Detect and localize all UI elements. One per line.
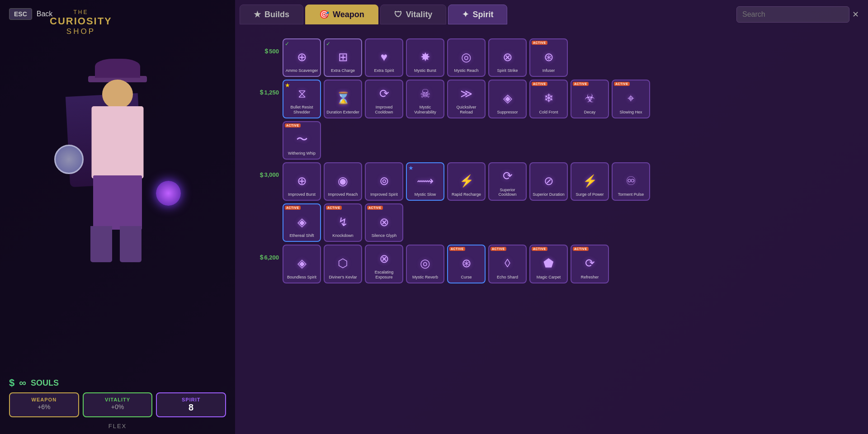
item-card-improved-burst[interactable]: ⊕Improved Burst: [283, 162, 321, 201]
main-panel: ★ Builds 🎯 Weapon 🛡 Vitality ✦ Spirit ✕ …: [235, 0, 868, 434]
items-row-1: ★⧖Bullet Resist Shredder⌛Duration Extend…: [283, 80, 863, 118]
item-card-rapid-recharge[interactable]: ⚡Rapid Recharge: [447, 162, 486, 201]
item-name-silence-glyph: Silence Glyph: [372, 233, 397, 238]
souls-row: $ ∞ SOULS: [9, 377, 226, 389]
item-icon-escalating-exposure: ⊗: [379, 252, 389, 266]
item-card-escalating-exposure[interactable]: ⊗Escalating Exposure: [365, 245, 403, 283]
price-label-3: $3,000: [258, 162, 283, 179]
tab-builds[interactable]: ★ Builds: [240, 5, 303, 24]
items-row-0: ✓⊕Ammo Scavenger✓⊞Extra Charge♥Extra Spi…: [283, 38, 863, 77]
item-card-echo-shard[interactable]: ACTIVE◊Echo Shard: [488, 245, 527, 283]
item-icon-area-5: ◈: [496, 87, 519, 110]
item-icon-area-8: ♾: [619, 170, 643, 192]
item-card-torment-pulse[interactable]: ♾Torment Pulse: [612, 162, 650, 201]
item-card-ethereal-shift[interactable]: ACTIVE◈Ethereal Shift: [283, 203, 321, 242]
item-card-quicksilver-reload[interactable]: ≫Quicksilver Reload: [447, 80, 486, 118]
item-name-mystic-slow: Mystic Slow: [415, 192, 436, 197]
item-name-improved-spirit: Improved Spirit: [370, 192, 398, 197]
tab-vitality[interactable]: 🛡 Vitality: [380, 5, 447, 24]
items-row-5: ◈Boundless Spirit⬡Diviner's Kevlar⊗Escal…: [283, 245, 863, 283]
item-icon-area-1: ↯: [331, 211, 355, 233]
item-card-extra-charge[interactable]: ✓⊞Extra Charge: [324, 38, 362, 77]
item-icon-area-3: ⟿: [414, 170, 437, 192]
item-card-surge-of-power[interactable]: ⚡Surge of Power: [571, 162, 609, 201]
item-card-spirit-strike[interactable]: ⊗Spirit Strike: [488, 38, 527, 77]
item-icon-mystic-slow: ⟿: [417, 174, 434, 188]
item-card-suppressor[interactable]: ◈Suppressor: [488, 80, 527, 118]
item-icon-area-0: ◈: [290, 211, 314, 233]
search-close-button[interactable]: ✕: [852, 9, 859, 19]
active-badge-8: ACTIVE: [614, 82, 630, 86]
logo-the: THE: [50, 9, 112, 15]
item-card-refresher[interactable]: ACTIVE⟳Refresher: [571, 245, 609, 283]
item-card-improved-cooldown[interactable]: ⟳Improved Cooldown: [365, 80, 403, 118]
item-card-cold-front[interactable]: ACTIVE❄Cold Front: [529, 80, 568, 118]
item-card-decay[interactable]: ACTIVE☣Decay: [571, 80, 609, 118]
tab-spirit[interactable]: ✦ Spirit: [448, 5, 507, 24]
search-input[interactable]: [736, 6, 849, 23]
item-card-ammo-scavenger[interactable]: ✓⊕Ammo Scavenger: [283, 38, 321, 77]
top-bar: ESC Back: [9, 8, 52, 20]
item-icon-area-7: ⟳: [578, 252, 602, 275]
item-card-infuser[interactable]: ACTIVE⊛Infuser: [529, 38, 568, 77]
tab-weapon[interactable]: 🎯 Weapon: [305, 5, 378, 24]
item-name-mystic-reach: Mystic Reach: [454, 68, 478, 73]
item-icon-diviner's-kevlar: ⬡: [338, 256, 348, 270]
item-name-quicksilver-reload: Quicksilver Reload: [449, 105, 483, 115]
item-icon-area-1: ⊞: [331, 46, 355, 68]
item-card-duration-extender[interactable]: ⌛Duration Extender: [324, 80, 362, 118]
item-card-curse[interactable]: ACTIVE⊛Curse: [447, 245, 486, 283]
item-card-knockdown[interactable]: ACTIVE↯Knockdown: [324, 203, 362, 242]
item-icon-area-0: ⊕: [290, 170, 314, 192]
item-icon-area-7: ⚡: [578, 170, 602, 192]
esc-button[interactable]: ESC: [9, 8, 32, 20]
spirit-stat-label: SPIRIT: [161, 397, 221, 402]
item-card-superior-cooldown[interactable]: ⟳Superior Cooldown: [488, 162, 527, 201]
char-shield: [54, 145, 84, 174]
star-badge-3: ★: [408, 165, 414, 171]
item-card-magic-carpet[interactable]: ACTIVE⬟Magic Carpet: [529, 245, 568, 283]
weapon-icon: 🎯: [319, 9, 329, 19]
item-card-bullet-resist-shredder[interactable]: ★⧖Bullet Resist Shredder: [283, 80, 321, 118]
item-card-mystic-reverb[interactable]: ◎Mystic Reverb: [406, 245, 444, 283]
item-icon-knockdown: ↯: [338, 215, 348, 229]
item-icon-rapid-recharge: ⚡: [459, 174, 474, 188]
item-card-withering-whip[interactable]: ACTIVE〜Withering Whip: [283, 121, 321, 160]
infinity-icon: ∞: [19, 377, 26, 389]
item-card-boundless-spirit[interactable]: ◈Boundless Spirit: [283, 245, 321, 283]
item-name-suppressor: Suppressor: [497, 110, 518, 115]
vitality-icon: 🛡: [394, 10, 402, 19]
item-card-improved-reach[interactable]: ◉Improved Reach: [324, 162, 362, 201]
logo-shop: SHOP: [50, 27, 112, 36]
flex-label: FLEX: [9, 423, 226, 429]
char-orb: [156, 181, 181, 206]
item-icon-improved-reach: ◉: [338, 174, 348, 188]
item-card-slowing-hex[interactable]: ACTIVE⌖Slowing Hex: [612, 80, 650, 118]
item-card-extra-spirit[interactable]: ♥Extra Spirit: [365, 38, 403, 77]
items-container: $500✓⊕Ammo Scavenger✓⊞Extra Charge♥Extra…: [235, 34, 868, 432]
star-badge-0: ★: [285, 82, 290, 89]
item-row-1: $1,250★⧖Bullet Resist Shredder⌛Duration …: [258, 80, 863, 118]
item-card-superior-duration[interactable]: ⊘Superior Duration: [529, 162, 568, 201]
item-card-improved-spirit[interactable]: ⊚Improved Spirit: [365, 162, 403, 201]
item-icon-extra-spirit: ♥: [381, 50, 387, 64]
item-icon-area-7: ☣: [578, 87, 602, 110]
item-name-mystic-vulnerability: Mystic Vulnerability: [408, 105, 442, 115]
item-icon-area-4: ⊛: [455, 252, 478, 275]
item-card-mystic-burst[interactable]: ✸Mystic Burst: [406, 38, 444, 77]
item-card-mystic-slow[interactable]: ★⟿Mystic Slow: [406, 162, 444, 201]
tab-spirit-label: Spirit: [472, 10, 493, 19]
vitality-stat: VITALITY +0%: [83, 392, 153, 417]
item-icon-mystic-vulnerability: ☠: [420, 87, 430, 101]
item-icon-mystic-burst: ✸: [420, 50, 430, 64]
item-card-mystic-reach[interactable]: ◎Mystic Reach: [447, 38, 486, 77]
vitality-stat-value: +0%: [88, 403, 147, 410]
item-icon-curse: ⊛: [462, 256, 472, 270]
item-card-silence-glyph[interactable]: ACTIVE⊗Silence Glyph: [365, 203, 403, 242]
item-card-diviner's-kevlar[interactable]: ⬡Diviner's Kevlar: [324, 245, 362, 283]
item-icon-cold-front: ❄: [544, 91, 554, 105]
item-card-mystic-vulnerability[interactable]: ☠Mystic Vulnerability: [406, 80, 444, 118]
item-icon-area-1: ◉: [331, 170, 355, 192]
item-icon-suppressor: ◈: [503, 91, 512, 105]
item-name-torment-pulse: Torment Pulse: [618, 192, 644, 197]
